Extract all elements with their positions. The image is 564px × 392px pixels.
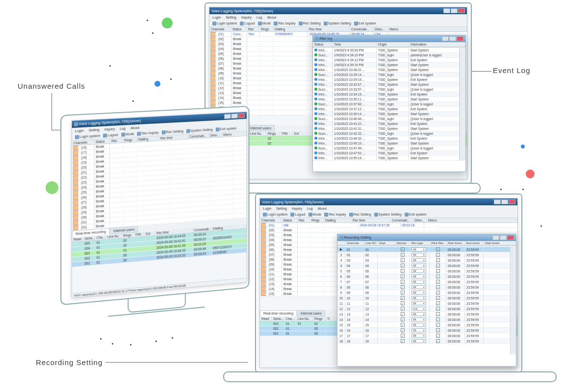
rec-row[interactable]: 121212✓Out▾✓00:00:0023:59:59 <box>337 306 510 312</box>
h24-checkbox[interactable]: ✓ <box>436 280 440 284</box>
h24-checkbox[interactable]: ✓ <box>436 334 440 338</box>
rectype-combo[interactable]: All▾ <box>411 269 426 273</box>
window-controls[interactable] <box>493 199 515 205</box>
rectype-combo[interactable]: All▾ <box>411 264 426 268</box>
h24-checkbox[interactable]: ✓ <box>436 274 440 278</box>
rectype-combo[interactable]: All▾ <box>411 328 426 332</box>
log-row[interactable]: Infor...1/10/2023 10:28:31 ...TSID_Syste… <box>313 68 460 73</box>
rectype-combo[interactable]: All▾ <box>411 285 426 289</box>
rec-row[interactable]: 20202✓All▾✓00:00:0023:59:59 <box>337 252 510 258</box>
rec-row[interactable]: 171717✓All▾✓00:00:0023:59:59 <box>337 333 510 339</box>
log-row[interactable]: Infor...1/10/2023 10:39:14 ...TSID_Syste… <box>313 112 460 117</box>
log-row[interactable]: Infor...1/9/2023 4:33:28 PMTSID_SystemSt… <box>313 48 460 53</box>
monitor-checkbox[interactable]: ✓ <box>401 253 405 257</box>
h24-checkbox[interactable]: ✓ <box>436 301 440 305</box>
toolbar[interactable]: Login system Logout Mode Rec Inquiry Rec… <box>260 212 517 218</box>
rectype-combo[interactable]: All▾ <box>411 253 426 257</box>
window-controls[interactable] <box>443 8 465 14</box>
rec-row[interactable]: 40404✓All▾✓00:00:0023:59:59 <box>337 263 510 269</box>
rec-row[interactable]: ▶0101✓All▾✓00:00:0023:59:59 <box>337 247 510 252</box>
monitor-checkbox[interactable]: ✓ <box>401 318 405 321</box>
h24-checkbox[interactable]: ✓ <box>436 296 440 300</box>
monitor-checkbox[interactable]: ✓ <box>401 323 405 327</box>
h24-checkbox[interactable]: ✓ <box>436 318 440 321</box>
after-log-grid[interactable]: Infor...1/9/2023 4:33:28 PMTSID_SystemSt… <box>313 48 460 161</box>
h24-checkbox[interactable]: ✓ <box>436 291 440 294</box>
rec-row[interactable]: 101010✓All▾✓00:00:0023:59:59 <box>337 295 510 301</box>
monitor-checkbox[interactable]: ✓ <box>401 247 405 251</box>
rectype-combo[interactable]: All▾ <box>411 274 426 278</box>
h24-checkbox[interactable]: ✓ <box>436 264 440 268</box>
log-row[interactable]: Succ...1/9/2023 4:34:10 PMTSID_login(adm… <box>313 53 460 58</box>
monitor-checkbox[interactable]: ✓ <box>401 334 405 338</box>
monitor-checkbox[interactable]: ✓ <box>401 264 405 268</box>
monitor-checkbox[interactable]: ✓ <box>401 301 405 305</box>
rec-row[interactable]: 131313✓All▾✓00:00:0023:59:59 <box>337 312 510 317</box>
scrollbar[interactable] <box>510 247 516 354</box>
rec-row[interactable]: 30303✓All▾✓00:00:0023:59:59 <box>337 258 510 263</box>
rectype-combo[interactable]: All▾ <box>411 301 426 305</box>
rectype-combo[interactable]: All▾ <box>411 296 426 300</box>
scrollbar[interactable] <box>460 48 465 161</box>
monitor-checkbox[interactable]: ✓ <box>401 269 405 273</box>
monitor-checkbox[interactable]: ✓ <box>401 339 405 343</box>
log-row[interactable]: Infor...1/10/2023 10:44:32 ...TSID_Syste… <box>313 136 460 141</box>
log-row[interactable]: Infor...1/10/2023 10:47:52 ...TSID_Syste… <box>313 151 460 156</box>
menu-bar[interactable]: LoginSettingInquiryLogAbout <box>260 205 517 212</box>
window-controls[interactable] <box>492 235 514 241</box>
rectype-combo[interactable]: All▾ <box>411 323 426 327</box>
rec-row[interactable]: 151515✓All▾✓00:00:0023:59:59 <box>337 322 510 328</box>
rectype-combo[interactable]: All▾ <box>411 280 426 284</box>
log-row[interactable]: Infor...1/10/2023 10:37:12 ...TSID_Syste… <box>313 107 460 112</box>
rectype-combo[interactable]: All▾ <box>411 312 426 316</box>
log-row[interactable]: Succ...1/10/2023 10:47:49 ...TSID_login(… <box>313 146 460 151</box>
rec-row[interactable]: 80808✓All▾✓00:00:0023:59:59 <box>337 285 510 290</box>
monitor-checkbox[interactable]: ✓ <box>401 291 405 294</box>
channel-row[interactable]: (02)Break <box>260 228 517 233</box>
channels-grid[interactable]: (16)Break(17)Break(18)Break(19)Break(20)… <box>72 136 247 231</box>
rectype-combo[interactable]: All▾ <box>411 247 426 251</box>
rec-row[interactable]: 90909✓All▾✓00:00:0023:59:59 <box>337 290 510 295</box>
h24-checkbox[interactable]: ✓ <box>436 247 440 251</box>
log-row[interactable]: Infor...1/10/2023 10:32:07 ...TSID_Syste… <box>313 82 460 87</box>
monitor-checkbox[interactable]: ✓ <box>401 285 405 289</box>
log-row[interactable]: Succ...1/10/2023 10:29:14 ...TSID_login(… <box>313 73 460 77</box>
log-row[interactable]: Infor...1/9/2023 4:34:12 PMTSID_SystemEx… <box>313 58 460 63</box>
rec-row[interactable]: 60606✓All▾✓00:00:0023:59:59 <box>337 274 510 279</box>
log-row[interactable]: Infor...1/10/2023 10:45:10 ...TSID_Syste… <box>313 141 460 146</box>
monitor-checkbox[interactable]: ✓ <box>401 280 405 284</box>
monitor-checkbox[interactable]: ✓ <box>401 307 405 311</box>
h24-checkbox[interactable]: ✓ <box>436 253 440 257</box>
log-row[interactable]: Infor...1/10/2023 10:34:16 ...TSID_Syste… <box>313 92 460 97</box>
log-row[interactable]: Succ...1/10/2023 10:37:00 ...TSID_login(… <box>313 102 460 107</box>
log-row[interactable]: Succ...1/10/2023 10:33:57 ...TSID_login(… <box>313 87 460 92</box>
rectype-combo[interactable]: All▾ <box>411 318 426 321</box>
rectype-combo[interactable]: All▾ <box>411 339 426 343</box>
log-row[interactable]: Infor...1/9/2023 4:35:19 PMTSID_SystemSt… <box>313 63 460 68</box>
h24-checkbox[interactable]: ✓ <box>436 269 440 273</box>
h24-checkbox[interactable]: ✓ <box>436 307 440 311</box>
menu-bar[interactable]: LoginSettingInquiryLogAbout <box>209 14 467 21</box>
rec-row[interactable]: 50505✓All▾✓00:00:0023:59:59 <box>337 269 510 274</box>
h24-checkbox[interactable]: ✓ <box>436 328 440 332</box>
window-controls[interactable] <box>441 36 463 42</box>
rec-row[interactable]: 111111✓All▾✓00:00:0023:59:59 <box>337 301 510 306</box>
log-row[interactable]: Succ...1/10/2023 10:40:46 ...TSID_login(… <box>313 117 460 122</box>
h24-checkbox[interactable]: ✓ <box>436 258 440 262</box>
rectype-combo[interactable]: All▾ <box>411 258 426 262</box>
rectype-combo[interactable]: All▾ <box>411 334 426 338</box>
log-row[interactable]: Infor...1/10/2023 10:55:16 ...TSID_Syste… <box>313 156 460 161</box>
rec-setting-grid[interactable]: ▶0101✓All▾✓00:00:0023:59:5920202✓All▾✓00… <box>337 247 510 354</box>
monitor-checkbox[interactable]: ✓ <box>401 258 405 262</box>
monitor-checkbox[interactable]: ✓ <box>401 312 405 316</box>
h24-checkbox[interactable]: ✓ <box>436 339 440 343</box>
h24-checkbox[interactable]: ✓ <box>436 323 440 327</box>
h24-checkbox[interactable]: ✓ <box>436 312 440 316</box>
rectype-combo[interactable]: All▾ <box>411 291 426 294</box>
rectype-combo[interactable]: Out▾ <box>411 307 426 311</box>
rec-row[interactable]: 70707✓All▾✓00:00:0023:59:59 <box>337 279 510 285</box>
log-row[interactable]: Succ...1/10/2023 10:42:32 ...TSID_login(… <box>313 131 460 136</box>
monitor-checkbox[interactable]: ✓ <box>401 296 405 300</box>
channel-row[interactable]: (01)Idle2024-09-09 16:47:2000:03:18 <box>260 223 517 228</box>
log-row[interactable]: Infor...1/10/2023 10:41:22 ...TSID_Syste… <box>313 122 460 126</box>
